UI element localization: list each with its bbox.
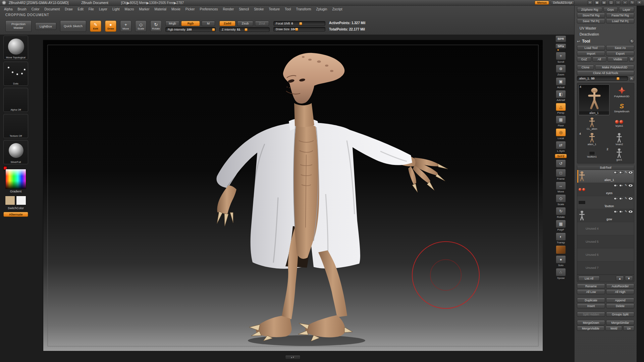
autoreorder-button[interactable]: AutoReorder — [606, 284, 634, 289]
deactivation-palette-header[interactable]: Deactivation — [580, 32, 634, 36]
pen-icon[interactable]: ✎ — [625, 184, 627, 187]
menus-button[interactable]: Menus — [535, 1, 549, 5]
menu-item-brush[interactable]: Brush — [18, 7, 26, 11]
store-tm-rig-button[interactable]: StoreTM Rig — [577, 13, 605, 18]
floor-button[interactable]: ▦ Floor — [556, 116, 566, 127]
split-view-icon[interactable]: ◫ — [608, 1, 614, 5]
load-tm-prj-button[interactable]: Load TM Prj — [606, 18, 634, 23]
persp-button[interactable]: △ Persp — [556, 103, 566, 114]
paste-tm-rig-button[interactable]: PasteTM Rig — [606, 13, 634, 18]
menu-item-document[interactable]: Document — [45, 7, 60, 11]
all-high-button[interactable]: All High — [606, 289, 634, 294]
grid-view-icon[interactable]: ▦ — [594, 1, 600, 5]
menu-item-render[interactable]: Render — [223, 7, 234, 11]
load-tool-button[interactable]: Load Tool — [577, 45, 605, 50]
duplicate-button[interactable]: Duplicate — [577, 298, 605, 303]
layer-button[interactable]: Layer — [619, 7, 634, 12]
zsub-button[interactable]: Zsub — [237, 21, 253, 26]
weld-button[interactable]: Weld — [605, 326, 623, 331]
color-gradient-square[interactable] — [5, 169, 26, 189]
sxyz-button[interactable]: SxYZ — [555, 154, 567, 158]
subtool-item-eyes[interactable]: ✎ eyes — [577, 183, 634, 196]
menu-item-alpha[interactable]: Alpha — [4, 7, 13, 11]
grps-button[interactable]: Grps — [603, 7, 618, 12]
tool-eyes1[interactable]: \eyes1 — [606, 116, 633, 131]
menu-item-edit[interactable]: Edit — [78, 7, 84, 11]
save-as-button[interactable]: Save As — [606, 45, 634, 50]
divider-panel-icon[interactable]: ‖ — [587, 1, 593, 5]
subtool-item-gow[interactable]: ✎ gow — [577, 209, 634, 222]
list-all-button[interactable]: List All — [578, 276, 600, 281]
tool-name-slider[interactable]: alien_1. 50 — [577, 76, 628, 81]
rgb-intensity-handle[interactable] — [212, 28, 215, 31]
actual-button[interactable]: ▣ Actual — [556, 77, 566, 89]
tool-button1[interactable]: \button1 — [579, 147, 605, 162]
move-subtool-down-button[interactable]: ▼ — [625, 276, 633, 281]
visibility-eye-icon[interactable] — [628, 197, 633, 200]
tool-cl-alien[interactable]: CL_alien — [579, 116, 605, 131]
polypaint-toggle-icon[interactable] — [614, 171, 618, 174]
menu-item-zplugin[interactable]: Zplugin — [316, 7, 327, 11]
z-intensity-slider[interactable]: Z Intensity 51 — [219, 27, 270, 32]
spin-button[interactable]: ↺ — [556, 160, 566, 168]
pen-icon[interactable]: ✎ — [625, 171, 627, 174]
focal-shift-slider[interactable]: Focal Shift 0 — [273, 21, 325, 26]
subtool-item-unused-6[interactable]: Unused 6 — [577, 248, 634, 261]
menu-item-macro[interactable]: Macro — [125, 7, 134, 11]
visibility-eye-icon[interactable] — [628, 184, 633, 187]
goz-visible-button[interactable]: Visible — [607, 57, 628, 62]
menu-item-stroke[interactable]: Stroke — [254, 7, 264, 11]
menu-item-light[interactable]: Light — [112, 7, 120, 11]
aahalf-button[interactable]: ◧ AAHalf — [556, 90, 566, 102]
tool-man2[interactable]: \man2 — [606, 132, 633, 146]
scroll-button[interactable]: + Scroll — [556, 52, 566, 63]
menu-item-tool[interactable]: Tool — [285, 7, 291, 11]
rename-button[interactable]: Rename — [577, 284, 605, 289]
palette-dock-arrow-icon[interactable]: ↩ — [577, 39, 580, 44]
rgb-intensity-slider[interactable]: Rgb Intensity 100 — [165, 27, 216, 32]
draw-size-slider[interactable]: Draw Size 104 — [273, 27, 325, 32]
rotate-3d-button[interactable]: ↻ Rotate — [556, 207, 566, 219]
main-color-swatch[interactable] — [5, 196, 15, 205]
menu-item-transform[interactable]: Transform — [296, 7, 311, 11]
pen-icon[interactable]: ✎ — [625, 210, 627, 213]
z-intensity-handle[interactable] — [245, 28, 248, 31]
lightbox-button[interactable]: LightBox — [35, 22, 56, 30]
goz-button[interactable]: GoZ — [577, 57, 591, 62]
export-button[interactable]: Export — [606, 51, 634, 56]
clone-button[interactable]: Clone — [577, 65, 594, 70]
home-icon[interactable]: ⌂ — [615, 1, 621, 5]
spix-slider[interactable] — [556, 49, 566, 51]
frame-button[interactable]: □ Frame — [556, 169, 566, 180]
shade-toggle-icon[interactable] — [619, 184, 624, 187]
secondary-color-swatch[interactable] — [16, 196, 26, 205]
groups-split-button[interactable]: Groups Split — [606, 312, 634, 317]
subtool-item-unused-7[interactable]: Unused 7 — [577, 261, 634, 275]
mrgb-button[interactable]: Mrgb — [165, 21, 179, 26]
uv-button[interactable]: Uv — [623, 326, 634, 331]
lsym-button[interactable]: ⇄ L.Sym — [556, 141, 566, 153]
shade-toggle-icon[interactable] — [619, 171, 624, 174]
tool-slider-handle[interactable] — [616, 77, 620, 80]
menu-item-texture[interactable]: Texture — [269, 7, 280, 11]
shade-toggle-icon[interactable] — [619, 197, 624, 200]
default-zscript-button[interactable]: DefaultZScript — [551, 1, 575, 5]
menu-item-layer[interactable]: Layer — [99, 7, 107, 11]
rotate-button[interactable]: ↻ Rotate — [150, 20, 162, 32]
polypaint-toggle-icon[interactable] — [614, 197, 618, 200]
subtool-item-button[interactable]: ✎ \button — [577, 196, 634, 209]
shade-toggle-icon[interactable] — [619, 210, 624, 213]
make-polymesh3d-tool[interactable]: PolyMesh3D — [611, 84, 633, 99]
close-icon[interactable]: ✕ — [637, 1, 642, 5]
material-selector[interactable]: SilverFoil — [3, 140, 28, 164]
zoom-button[interactable]: ⊕ Zoom — [556, 65, 566, 76]
alpha-selector[interactable]: Alpha Off — [3, 88, 28, 112]
tool-alien-1[interactable]: 4 alien_1 — [579, 132, 605, 146]
goz-r-button[interactable]: R — [629, 57, 634, 62]
uv-master-palette-header[interactable]: UV Master — [580, 26, 634, 30]
polypaint-toggle-icon[interactable] — [614, 184, 618, 187]
menu-item-zscript[interactable]: Zscript — [332, 7, 342, 11]
visibility-eye-icon[interactable] — [628, 210, 633, 213]
simplebrush-tool[interactable]: S SimpleBrush — [611, 100, 633, 115]
menu-item-marker[interactable]: Marker — [139, 7, 149, 11]
